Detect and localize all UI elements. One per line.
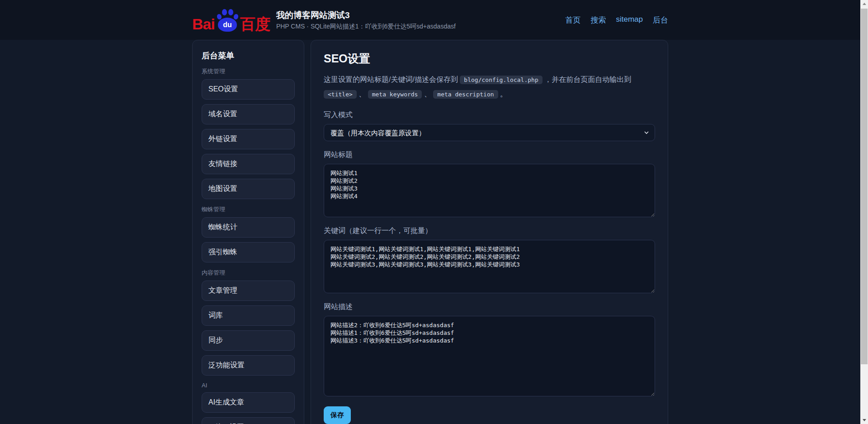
logo-text-cn: 百度	[240, 16, 270, 32]
nav-link-admin[interactable]: 后台	[653, 15, 668, 25]
nav-link-sitemap[interactable]: sitemap	[616, 15, 643, 25]
code-meta-description: meta description	[433, 90, 498, 99]
nav-link-home[interactable]: 首页	[565, 15, 580, 25]
paw-toe	[222, 9, 227, 15]
sidebar-item-pan-function[interactable]: 泛功能设置	[202, 355, 295, 376]
write-mode-label: 写入模式	[324, 110, 655, 120]
paw-toe	[228, 9, 233, 15]
sidebar-item-article-manage[interactable]: 文章管理	[202, 281, 295, 301]
vertical-scrollbar[interactable]	[860, 0, 868, 424]
baidu-paw-icon: du	[217, 8, 238, 32]
scroll-down-arrow[interactable]	[860, 416, 868, 424]
content-area: 后台菜单 系统管理 SEO设置 域名设置 外链设置 友情链接 地图设置 蜘蛛管理…	[192, 40, 668, 424]
desc-text: 。	[498, 90, 507, 98]
sidebar-item-friend-links[interactable]: 友情链接	[202, 154, 295, 174]
triangle-up-icon	[863, 3, 866, 5]
seo-description: 这里设置的网站标题/关键词/描述会保存到 blog/config.local.p…	[324, 72, 655, 101]
desc-text: ，并在前台页面自动输出到	[542, 76, 631, 83]
sidebar-item-ai-api[interactable]: AI接口设置	[202, 417, 295, 424]
keywords-label: 关键词（建议一行一个，可批量）	[324, 226, 655, 236]
baidu-logo[interactable]: Bai du 百度	[192, 8, 270, 32]
logo-text-du: du	[223, 21, 232, 29]
site-title: 我的博客网站测试3	[276, 10, 456, 21]
logo-text-bai: Bai	[192, 16, 215, 32]
write-mode-select[interactable]: 覆盖（用本次内容覆盖原设置）	[324, 124, 655, 141]
sidebar-item-sitemap-settings[interactable]: 地图设置	[202, 179, 295, 199]
site-subtitle: PHP CMS · SQLite网站描述1：吖收到6爱仕达5呵sd+asdasd…	[276, 23, 456, 31]
sidebar-item-word-library[interactable]: 词库	[202, 305, 295, 326]
sidebar-item-sync[interactable]: 同步	[202, 330, 295, 351]
site-desc-label: 网站描述	[324, 302, 655, 312]
code-config-path: blog/config.local.php	[460, 76, 542, 84]
sidebar-item-force-spider[interactable]: 强引蜘蛛	[202, 242, 295, 262]
sidebar-item-external-links[interactable]: 外链设置	[202, 129, 295, 149]
section-label-ai: AI	[202, 382, 295, 389]
header-inner: Bai du 百度 我的博客网站测试3 PHP CMS · SQLite网站描述…	[192, 0, 668, 40]
sidebar-title: 后台菜单	[202, 50, 295, 61]
write-mode-select-wrap: 覆盖（用本次内容覆盖原设置）	[324, 124, 655, 141]
paw-toe	[233, 14, 239, 20]
scrollbar-thumb[interactable]	[861, 9, 868, 364]
section-label-content: 内容管理	[202, 269, 295, 277]
desc-text: 、	[422, 90, 433, 98]
page: Bai du 百度 我的博客网站测试3 PHP CMS · SQLite网站描述…	[0, 0, 860, 424]
site-title-textarea[interactable]: 网站测试1 网站测试2 网站测试3 网站测试4	[324, 164, 655, 217]
nav-link-search[interactable]: 搜索	[590, 15, 606, 25]
triangle-down-icon	[863, 419, 866, 421]
section-label-system: 系统管理	[202, 67, 295, 76]
site-desc-textarea[interactable]: 网站描述2：吖收到6爱仕达5呵sd+asdasdasf 网站描述1：吖收到6爱仕…	[324, 316, 655, 396]
paw-pad: du	[218, 18, 237, 32]
sidebar-item-ai-generate[interactable]: AI生成文章	[202, 392, 295, 413]
section-label-spider: 蜘蛛管理	[202, 205, 295, 214]
code-meta-keywords: meta keywords	[368, 90, 422, 99]
sidebar-item-seo-settings[interactable]: SEO设置	[202, 79, 295, 100]
sidebar-item-spider-stats[interactable]: 蜘蛛统计	[202, 217, 295, 238]
keywords-textarea[interactable]: 网站关键词测试1,网站关键词测试1,网站关键词测试1,网站关键词测试1 网站关键…	[324, 240, 655, 293]
code-title-tag: <title>	[324, 90, 357, 99]
site-meta: 我的博客网站测试3 PHP CMS · SQLite网站描述1：吖收到6爱仕达5…	[276, 10, 456, 31]
seo-settings-panel: SEO设置 这里设置的网站标题/关键词/描述会保存到 blog/config.l…	[311, 40, 668, 424]
desc-text: 、	[357, 90, 368, 98]
scroll-up-arrow[interactable]	[860, 0, 868, 8]
site-title-label: 网站标题	[324, 150, 655, 160]
page-title: SEO设置	[324, 51, 655, 66]
top-nav: 首页 搜索 sitemap 后台	[565, 15, 668, 25]
site-header: Bai du 百度 我的博客网站测试3 PHP CMS · SQLite网站描述…	[0, 0, 860, 40]
admin-sidebar: 后台菜单 系统管理 SEO设置 域名设置 外链设置 友情链接 地图设置 蜘蛛管理…	[192, 40, 304, 424]
desc-text: 这里设置的网站标题/关键词/描述会保存到	[324, 76, 460, 83]
save-button[interactable]: 保存	[324, 406, 351, 424]
sidebar-item-domain-settings[interactable]: 域名设置	[202, 104, 295, 124]
